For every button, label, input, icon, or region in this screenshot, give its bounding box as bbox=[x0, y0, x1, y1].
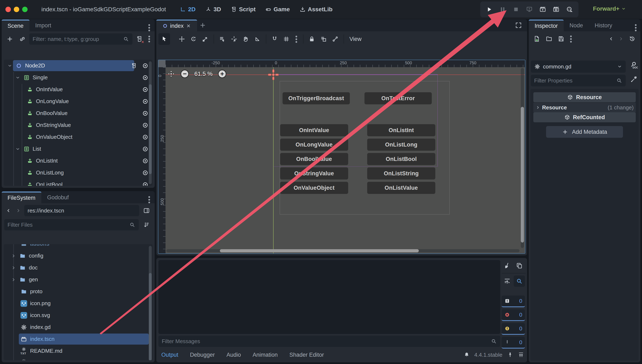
visibility-toggle[interactable] bbox=[142, 181, 149, 186]
select-tool[interactable] bbox=[158, 33, 170, 45]
canvas-button-onlistint[interactable]: OnListInt bbox=[367, 124, 435, 136]
instantiate-scene-button[interactable] bbox=[17, 34, 28, 45]
tab-history[interactable]: History bbox=[589, 20, 618, 31]
bottom-tab-debugger[interactable]: Debugger bbox=[190, 352, 215, 358]
filesystem-scrollbar[interactable] bbox=[149, 246, 152, 358]
attached-script-icon[interactable] bbox=[131, 62, 137, 69]
show-search-toggle[interactable] bbox=[514, 276, 525, 287]
stop-button[interactable] bbox=[512, 6, 520, 13]
snap-options-menu-icon[interactable] bbox=[296, 36, 297, 37]
visibility-toggle[interactable] bbox=[142, 86, 149, 93]
refcounted-section-header[interactable]: RefCounted bbox=[533, 112, 636, 122]
pause-button[interactable] bbox=[499, 6, 506, 13]
bottom-tab-output[interactable]: Output bbox=[161, 352, 178, 358]
canvas-button-onlistlong[interactable]: OnListLong bbox=[367, 138, 435, 151]
scene-node-list[interactable]: List bbox=[4, 143, 153, 155]
scene-node-onboolvalue[interactable]: OnBoolValue bbox=[4, 107, 153, 119]
fs-item-index-gd[interactable]: index.gd bbox=[4, 321, 153, 333]
scene-node-onlistlong[interactable]: OnListLong bbox=[4, 167, 153, 179]
window-close-button[interactable] bbox=[6, 7, 11, 12]
scene-node-onvalueobject[interactable]: OnValueObject bbox=[4, 131, 153, 143]
fs-item-gen[interactable]: gen bbox=[4, 274, 153, 286]
clear-output-button[interactable] bbox=[502, 260, 513, 271]
resource-options-menu-icon[interactable] bbox=[570, 36, 572, 37]
scene-node-onlistint[interactable]: OnListInt bbox=[4, 155, 153, 167]
open-docs-button[interactable] bbox=[629, 61, 638, 69]
tab-scene[interactable]: Scene bbox=[2, 20, 30, 31]
canvas-button-onstringvalue[interactable]: OnStringValue bbox=[280, 168, 348, 180]
grid-snap-toggle[interactable] bbox=[281, 33, 292, 45]
tab-import[interactable]: Import bbox=[30, 20, 57, 31]
inspector-panel-menu-icon[interactable] bbox=[635, 24, 636, 26]
fs-path-field[interactable] bbox=[28, 208, 136, 214]
canvas-button-ontesterror[interactable]: OnTestError bbox=[364, 92, 432, 104]
tab-filesystem[interactable]: FileSystem bbox=[2, 192, 41, 203]
scene-panel-menu-icon[interactable] bbox=[148, 24, 150, 26]
play-current-scene-button[interactable] bbox=[539, 6, 546, 13]
scene-filter-input[interactable] bbox=[33, 36, 120, 42]
workspace-tab-3d[interactable]: 3D bbox=[205, 6, 221, 13]
scene-node-node2d[interactable]: Node2D bbox=[4, 60, 153, 72]
workspace-tab-script[interactable]: Script bbox=[231, 6, 256, 13]
tab-inspector[interactable]: Inspector bbox=[529, 20, 564, 31]
visibility-toggle[interactable] bbox=[142, 146, 149, 152]
tab-godobuf[interactable]: Godobuf bbox=[41, 192, 75, 203]
visibility-toggle[interactable] bbox=[142, 98, 149, 105]
window-zoom-button[interactable] bbox=[22, 7, 28, 12]
resource-section-header[interactable]: Resource bbox=[533, 92, 636, 102]
visibility-toggle[interactable] bbox=[142, 62, 149, 69]
bottom-tab-shader-editor[interactable]: Shader Editor bbox=[289, 352, 324, 358]
scene-node-single[interactable]: Single bbox=[4, 72, 153, 84]
fs-forward-button[interactable] bbox=[14, 205, 23, 216]
canvas-button-onliststring[interactable]: OnListString bbox=[367, 168, 435, 180]
smart-snap-toggle[interactable] bbox=[269, 33, 281, 45]
play-custom-scene-button[interactable] bbox=[553, 6, 560, 13]
fs-filter-input[interactable] bbox=[8, 222, 127, 228]
visibility-toggle[interactable] bbox=[142, 74, 149, 81]
canvas-button-onlongvalue[interactable]: OnLongValue bbox=[280, 138, 348, 151]
scene-tree-scrollbar[interactable] bbox=[149, 61, 152, 184]
show-selection-list-tool[interactable] bbox=[217, 33, 228, 45]
skeleton-options-button[interactable] bbox=[329, 33, 341, 45]
fs-item-doc[interactable]: doc bbox=[4, 262, 153, 274]
bottom-tab-animation[interactable]: Animation bbox=[253, 352, 278, 358]
expand-icon[interactable] bbox=[11, 265, 16, 270]
scene-tree-menu-icon[interactable] bbox=[148, 36, 150, 37]
message-count-chip[interactable]: 0 bbox=[502, 296, 525, 307]
workspace-tab-assetlib[interactable]: AssetLib bbox=[299, 6, 332, 13]
collapse-icon[interactable] bbox=[7, 63, 13, 68]
fs-sort-button[interactable] bbox=[141, 219, 152, 230]
fs-item-readme[interactable]: TXT README.md bbox=[4, 345, 153, 357]
new-resource-button[interactable] bbox=[531, 33, 543, 44]
window-minimize-button[interactable] bbox=[14, 7, 19, 12]
output-filter-input[interactable] bbox=[162, 338, 488, 344]
add-node-button[interactable] bbox=[4, 34, 16, 45]
history-forward-button[interactable] bbox=[616, 33, 626, 44]
canvas-button-ontriggerbroadcast[interactable]: OnTriggerBroadcast bbox=[283, 92, 350, 104]
movie-maker-toggle[interactable] bbox=[566, 6, 573, 13]
group-selected-button[interactable] bbox=[318, 33, 329, 45]
close-icon[interactable] bbox=[186, 23, 191, 28]
bottom-tab-audio[interactable]: Audio bbox=[227, 352, 241, 358]
measure-tool[interactable] bbox=[252, 33, 263, 45]
scene-node-onintvalue[interactable]: OnIntValue bbox=[4, 84, 153, 96]
copy-output-button[interactable] bbox=[514, 260, 525, 271]
load-resource-button[interactable] bbox=[543, 33, 555, 44]
lock-selected-button[interactable] bbox=[306, 33, 318, 45]
edit-history-button[interactable] bbox=[626, 33, 638, 44]
collapse-icon[interactable] bbox=[15, 146, 21, 152]
filesystem-panel-menu-icon[interactable] bbox=[148, 196, 150, 198]
fs-item-addons[interactable]: addons bbox=[4, 244, 153, 250]
edited-object-selector[interactable]: common.gd bbox=[531, 60, 626, 73]
scene-node-onlongvalue[interactable]: OnLongValue bbox=[4, 96, 153, 107]
visibility-toggle[interactable] bbox=[142, 134, 149, 141]
play-remote-debug-button[interactable] bbox=[526, 6, 533, 13]
fs-item-icon-svg[interactable]: icon.svg bbox=[4, 309, 153, 321]
pan-tool[interactable] bbox=[240, 33, 252, 45]
view-menu[interactable]: View bbox=[346, 36, 364, 42]
workspace-tab-game[interactable]: Game bbox=[265, 6, 290, 13]
scale-tool[interactable] bbox=[199, 33, 211, 45]
scene-node-onlistbool[interactable]: OnListBool bbox=[4, 179, 153, 186]
renderer-selector[interactable]: Forward+ bbox=[593, 6, 626, 12]
history-back-button[interactable] bbox=[606, 33, 616, 44]
